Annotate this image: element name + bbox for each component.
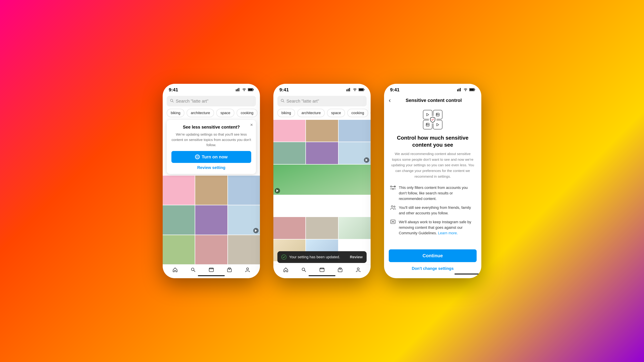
settings-actions: Continue Don't change settings <box>384 246 481 274</box>
nav-search-1[interactable] <box>190 267 196 273</box>
popup-close-button[interactable]: × <box>250 122 253 128</box>
tag-architecture-1[interactable]: architecture <box>187 109 214 117</box>
tag-cooking-1[interactable]: cooking <box>237 109 258 117</box>
svg-rect-45 <box>474 89 475 90</box>
home-indicator-2 <box>308 275 336 276</box>
search-bar-1[interactable]: Search "latte art" <box>167 96 256 106</box>
grid-cell-1-2 <box>195 176 227 205</box>
nav-profile-2[interactable] <box>356 267 361 273</box>
settings-header: ‹ Sensitive content control <box>384 94 481 107</box>
battery-icon-3 <box>469 87 475 92</box>
svg-point-50 <box>427 124 428 124</box>
feature-item-3: We'll always work to keep Instagram safe… <box>384 218 481 238</box>
phone-1: 9:41 Search "latte art" biking architect… <box>163 84 260 278</box>
battery-icon-2 <box>358 87 364 92</box>
svg-point-35 <box>322 268 322 269</box>
svg-line-31 <box>304 270 306 272</box>
grid-cell-1-5 <box>195 205 227 235</box>
status-bar-3: 9:41 <box>384 84 481 94</box>
grid-cell-2-6 <box>338 142 371 164</box>
nav-shop-2[interactable] <box>338 267 343 273</box>
popup-title: See less sensitive content? <box>172 124 251 130</box>
status-icons-2 <box>346 87 364 92</box>
review-setting-link[interactable]: Review setting <box>172 165 251 170</box>
svg-point-16 <box>212 268 213 269</box>
grid-cell-2-2 <box>306 120 338 142</box>
tag-fashion-2[interactable]: fash <box>370 109 371 117</box>
tag-biking-2[interactable]: biking <box>278 109 295 117</box>
status-time-3: 9:41 <box>390 87 400 92</box>
status-time-1: 9:41 <box>169 87 178 92</box>
svg-rect-21 <box>349 88 350 91</box>
nav-home-1[interactable] <box>172 267 178 273</box>
tag-fashion-1[interactable]: fash <box>260 109 260 117</box>
nav-profile-1[interactable] <box>245 267 250 273</box>
continue-button[interactable]: Continue <box>389 249 477 262</box>
turn-on-button[interactable]: Turn on now <box>172 151 251 163</box>
status-icons-3 <box>457 87 475 92</box>
nav-shop-1[interactable] <box>227 267 232 273</box>
tag-cooking-2[interactable]: cooking <box>347 109 368 117</box>
svg-rect-40 <box>458 89 459 91</box>
learn-more-link[interactable]: Learn more. <box>438 231 458 235</box>
back-button[interactable]: ‹ <box>389 97 391 104</box>
tag-architecture-2[interactable]: architecture <box>297 109 325 117</box>
search-placeholder-2: Search "latte art" <box>286 98 319 104</box>
reels-badge-1 <box>253 228 258 233</box>
person-group-icon <box>390 205 396 211</box>
wifi-icon-1 <box>242 87 246 92</box>
svg-point-42 <box>465 90 466 91</box>
main-content-title: Control how much sensitive content you s… <box>384 131 481 151</box>
no-change-button[interactable]: Don't change settings <box>389 265 477 272</box>
home-indicator-1 <box>198 275 225 276</box>
nav-search-2[interactable] <box>301 267 306 273</box>
shield-icon-grid <box>423 110 442 129</box>
tag-biking-1[interactable]: biking <box>167 109 184 117</box>
shield-remove-icon <box>390 220 396 226</box>
svg-rect-19 <box>346 89 347 91</box>
filter-icon <box>390 185 396 191</box>
nav-reels-2[interactable] <box>319 267 325 273</box>
status-bar-2: 9:41 <box>273 84 371 94</box>
svg-point-52 <box>390 186 392 187</box>
tag-space-2[interactable]: space <box>327 109 345 117</box>
feature-item-2: You'll still see everything from friends… <box>384 203 481 218</box>
svg-line-11 <box>194 270 195 272</box>
feature-text-2: You'll still see everything from friends… <box>399 205 475 216</box>
toast-review-button[interactable]: Review <box>350 255 362 259</box>
svg-rect-20 <box>348 89 349 91</box>
svg-point-18 <box>246 268 248 270</box>
grid-cell-2-8 <box>273 217 306 239</box>
svg-rect-6 <box>253 89 254 90</box>
phone-3: 9:41 ‹ Sensitive content control <box>384 84 481 278</box>
battery-icon-1 <box>248 87 254 92</box>
search-bar-2[interactable]: Search "latte art" <box>278 96 366 106</box>
svg-marker-28 <box>366 159 368 161</box>
search-placeholder-1: Search "latte art" <box>176 98 208 104</box>
svg-rect-13 <box>209 269 214 269</box>
image-grid-1 <box>163 176 260 265</box>
shield-center-icon <box>429 116 436 123</box>
svg-rect-41 <box>460 88 461 91</box>
nav-home-2[interactable] <box>283 267 288 273</box>
svg-point-56 <box>392 188 394 190</box>
signal-icon-2 <box>346 87 351 92</box>
svg-marker-9 <box>255 229 257 232</box>
grid-cell-2-5 <box>306 142 338 164</box>
grid-cell-2-4 <box>273 142 306 164</box>
svg-point-14 <box>210 268 210 269</box>
spinner-icon <box>195 155 200 159</box>
tag-space-1[interactable]: space <box>216 109 234 117</box>
svg-point-38 <box>357 268 359 270</box>
popup-description: We're updating settings so that you'll s… <box>172 132 251 148</box>
grid-cell-1-6 <box>228 205 260 235</box>
nav-reels-1[interactable] <box>209 267 214 273</box>
svg-rect-39 <box>457 89 458 91</box>
svg-rect-44 <box>470 89 474 91</box>
grid-cell-1-9 <box>228 235 260 265</box>
svg-point-22 <box>354 90 355 91</box>
sensitive-content-popup: × See less sensitive content? We're upda… <box>167 120 256 174</box>
grid-cell-1-7 <box>163 235 195 265</box>
turn-on-label: Turn on now <box>202 154 228 160</box>
svg-point-36 <box>323 268 324 269</box>
